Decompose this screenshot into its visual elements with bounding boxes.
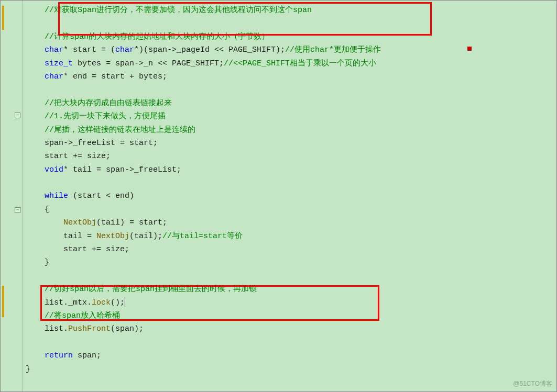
text-caret [125, 297, 125, 307]
code-line [23, 83, 556, 96]
code-line: { [23, 203, 556, 216]
gutter: − − [1, 1, 23, 391]
code-line: //把大块内存切成自由链表链接起来 [23, 97, 556, 110]
code-line: NextObj(tail) = start; [23, 216, 556, 229]
code-area[interactable]: //对获取Span进行切分，不需要加锁，因为这会其他线程访问不到这个span /… [23, 1, 556, 391]
code-line: //1.先切一块下来做头，方便尾插 [23, 110, 556, 123]
watermark: @51CTO博客 [513, 379, 552, 388]
fold-toggle-icon[interactable]: − [15, 113, 20, 118]
code-line: //对获取Span进行切分，不需要加锁，因为这会其他线程访问不到这个span [23, 4, 556, 17]
code-line: //尾插，这样链接的链表在地址上是连续的 [23, 124, 556, 137]
code-line: //切好span以后，需要把span挂到桶里面去的时候，再加锁 [23, 283, 556, 296]
code-line: span->_freeList = start; [23, 137, 556, 150]
code-line: while (start < end) [23, 189, 556, 203]
comment: //对获取Span进行切分，不需要加锁，因为这会其他线程访问不到这个span [45, 6, 312, 15]
fold-toggle-icon[interactable]: − [15, 207, 20, 213]
code-line: } [23, 363, 556, 376]
code-editor[interactable]: − − //对获取Span进行切分，不需要加锁，因为这会其他线程访问不到这个sp… [0, 0, 557, 392]
code-line: //计算span的大块内存的起始地址和大块内存的大小（字节数） [23, 30, 556, 43]
code-line [23, 336, 556, 349]
change-marker [2, 286, 4, 317]
code-line: //将span放入哈希桶 [23, 309, 556, 322]
code-line [23, 176, 556, 189]
code-line: } [23, 256, 556, 269]
code-line [23, 270, 556, 283]
code-line: list._mtx.lock(); [23, 296, 556, 309]
code-line: size_t bytes = span->_n << PAGE_SHIFT;//… [23, 57, 556, 70]
comment: //计算span的大块内存的起始地址和大块内存的大小（字节数） [45, 32, 269, 41]
code-line: list.PushFront(span); [23, 322, 556, 335]
code-line: char* start = (char*)(span->_pageId << P… [23, 43, 556, 57]
code-line: start += size; [23, 150, 556, 163]
code-line: start += size; [23, 243, 556, 256]
code-line: char* end = start + bytes; [23, 70, 556, 83]
marker-icon [467, 47, 472, 51]
code-line: void* tail = span->_freeList; [23, 163, 556, 176]
code-line: tail = NextObj(tail);//与tail=start等价 [23, 230, 556, 243]
code-line: return span; [23, 349, 556, 362]
change-marker [2, 6, 4, 30]
code-line [23, 17, 556, 30]
